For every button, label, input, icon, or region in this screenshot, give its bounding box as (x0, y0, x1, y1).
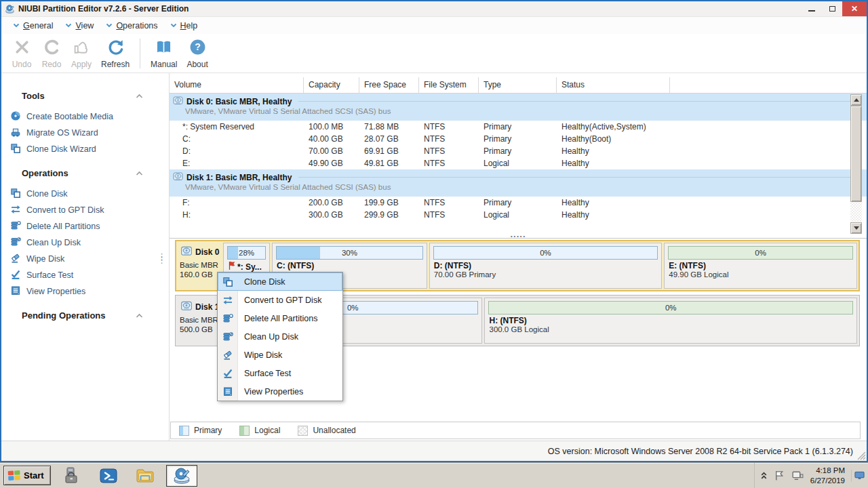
minimize-button[interactable] (802, 1, 822, 16)
taskbar-app-server-manager[interactable] (56, 465, 87, 487)
disk-name: Disk 0 (195, 247, 219, 257)
disk-group-row-disk-1[interactable]: Disk 1: Basic MBR, HealthyVMware, VMware… (170, 169, 867, 197)
partition-h-ntfs[interactable]: 0%H: (NTFS)300.0 GB Logical (484, 298, 857, 344)
disk-group-row-disk-0[interactable]: Disk 0: Basic MBR, HealthyVMware, VMware… (170, 94, 867, 121)
legend-label: Unallocated (313, 426, 355, 435)
group-rule (298, 101, 857, 102)
cell (670, 133, 867, 145)
sidebar-splitter-handle[interactable]: ⋮⋮ (157, 255, 166, 262)
cell: 71.88 MB (359, 121, 419, 133)
table-scrollbar[interactable] (850, 94, 862, 234)
refresh-button[interactable]: Refresh (96, 37, 134, 70)
maximize-button[interactable] (822, 1, 842, 16)
table-splitter-dots[interactable]: ..... (170, 231, 867, 237)
disk-name: Disk 1 (195, 302, 219, 312)
show-desktop-button[interactable] (851, 470, 865, 482)
start-button[interactable]: Start (3, 466, 51, 485)
column-header-status[interactable]: Status (557, 77, 670, 94)
volume-row-e[interactable]: E:49.90 GB49.81 GBNTFSLogicalHealthy (170, 157, 867, 169)
sidebar-item-wipe-disk[interactable]: Wipe Disk (1, 251, 169, 267)
menu-general[interactable]: General (7, 19, 59, 33)
partition-e-ntfs[interactable]: 0%E: (NTFS)49.90 GB Logical (664, 243, 857, 289)
section-title: Tools (22, 91, 136, 101)
sidebar-item-convert-to-gpt-disk[interactable]: Convert to GPT Disk (1, 202, 169, 218)
column-header-volume[interactable]: Volume (170, 77, 304, 94)
cell: Healthy(Boot) (557, 133, 670, 145)
partition-label: C: (NTFS) (273, 261, 427, 270)
sidebar-item-view-properties[interactable]: View Properties (1, 283, 169, 300)
taskbar-app-powershell[interactable] (93, 465, 124, 487)
context-menu-item-view-properties[interactable]: View Properties (218, 382, 342, 401)
disk-panel-disk-1[interactable]: Disk 1Basic MBR500.0 GB (178, 298, 221, 344)
undo-icon (13, 38, 31, 59)
legend-label: Primary (194, 426, 222, 435)
menu-help[interactable]: Help (164, 19, 204, 33)
sidebar-item-label: Clone Disk (26, 189, 67, 199)
partition-label: H: (NTFS) (485, 316, 856, 325)
status-bar: OS version: Microsoft Windows Server 200… (1, 441, 867, 461)
taskbar-app-niubi-partition-editor[interactable] (166, 465, 197, 487)
cell: 40.00 GB (304, 133, 359, 145)
sidebar-item-surface-test[interactable]: Surface Test (1, 267, 169, 283)
manual-button[interactable]: Manual (146, 37, 182, 70)
column-header-file-system[interactable]: File System (419, 77, 479, 94)
cell: 300.0 GB (304, 209, 359, 221)
column-header-type[interactable]: Type (479, 77, 557, 94)
context-menu-item-convert-to-gpt-disk[interactable]: Convert to GPT Disk (218, 291, 342, 309)
usage-bar: 0% (488, 301, 853, 314)
clone-icon (10, 188, 21, 201)
clock[interactable]: 4:18 PM 6/27/2019 (810, 466, 845, 486)
title-bar[interactable]: NIUBI Partition Editor v7.2.6 - Server E… (1, 1, 867, 16)
menu-icon-gutter (218, 327, 238, 346)
sidebar-section-pending-operations: Pending Operations (1, 306, 169, 328)
volume-row-c[interactable]: C:40.00 GB28.07 GBNTFSPrimaryHealthy(Boo… (170, 133, 867, 145)
disk-drive-icon (172, 95, 186, 108)
partition-d-ntfs[interactable]: 0%D: (NTFS)70.00 GB Primary (429, 243, 663, 289)
disk-panel-header: Disk 0 (180, 245, 221, 260)
action-center-flag-icon[interactable] (774, 470, 785, 481)
cell: 200.0 GB (304, 197, 359, 209)
cell: NTFS (419, 145, 479, 157)
scroll-up-button[interactable] (850, 94, 862, 106)
context-menu-item-delete-all-partitions[interactable]: Delete All Partitions (218, 309, 342, 327)
disk-panel-disk-0[interactable]: Disk 0Basic MBR160.0 GB (178, 243, 221, 289)
volume-table: VolumeCapacityFree SpaceFile SystemTypeS… (170, 77, 867, 239)
scrollbar-thumb[interactable] (850, 106, 862, 202)
column-header-free-space[interactable]: Free Space (359, 77, 419, 94)
network-icon[interactable] (791, 470, 804, 481)
volume-row-system-reserved[interactable]: *: System Reserved100.0 MB71.88 MBNTFSPr… (170, 121, 867, 133)
cell: NTFS (419, 157, 479, 169)
desktop: NIUBI Partition Editor v7.2.6 - Server E… (0, 0, 868, 488)
disk-panel-header: Disk 1 (180, 300, 221, 314)
volume-row-f[interactable]: F:200.0 GB199.9 GBNTFSPrimaryHealthy (170, 197, 867, 209)
about-button[interactable]: ?About (182, 37, 212, 70)
context-menu-item-clean-up-disk[interactable]: Clean Up Disk (218, 327, 342, 346)
context-menu-item-clone-disk[interactable]: Clone Disk (218, 272, 342, 291)
sidebar-item-clone-disk[interactable]: Clone Disk (1, 186, 169, 202)
delete-all-icon (10, 220, 21, 233)
sidebar-item-delete-all-partitions[interactable]: Delete All Partitions (1, 218, 169, 235)
volume-row-h[interactable]: H:300.0 GB299.9 GBNTFSLogicalHealthy (170, 209, 867, 221)
hidden-icons-chevron[interactable] (760, 471, 768, 480)
taskbar-app-windows-explorer[interactable] (130, 465, 161, 487)
volume-row-d[interactable]: D:70.00 GB69.91 GBNTFSPrimaryHealthy (170, 145, 867, 157)
close-button[interactable]: ✕ (842, 1, 867, 16)
sidebar-item-clean-up-disk[interactable]: Clean Up Disk (1, 235, 169, 251)
system-tray: 4:18 PM 6/27/2019 (754, 463, 866, 488)
menu-view[interactable]: View (59, 19, 100, 33)
scroll-down-button[interactable] (850, 222, 862, 234)
apply-icon (73, 38, 91, 59)
menu-operations[interactable]: Operations (100, 19, 163, 33)
column-header-capacity[interactable]: Capacity (304, 77, 359, 94)
tool-label: Manual (151, 60, 177, 69)
sidebar-item-clone-disk-wizard[interactable]: Clone Disk Wizard (1, 141, 169, 157)
sidebar-header-operations[interactable]: Operations (1, 164, 169, 186)
resize-grip[interactable] (857, 451, 866, 460)
menu-bar: GeneralViewOperationsHelp (1, 16, 867, 34)
sidebar-header-tools[interactable]: Tools (1, 87, 169, 108)
sidebar-header-pending-operations[interactable]: Pending Operations (1, 306, 169, 328)
sidebar-item-migrate-os-wizard[interactable]: Migrate OS Wizard (1, 125, 169, 141)
context-menu-item-wipe-disk[interactable]: Wipe Disk (218, 346, 342, 364)
context-menu-item-surface-test[interactable]: Surface Test (218, 364, 342, 382)
sidebar-item-create-bootable-media[interactable]: Create Bootable Media (1, 108, 169, 125)
